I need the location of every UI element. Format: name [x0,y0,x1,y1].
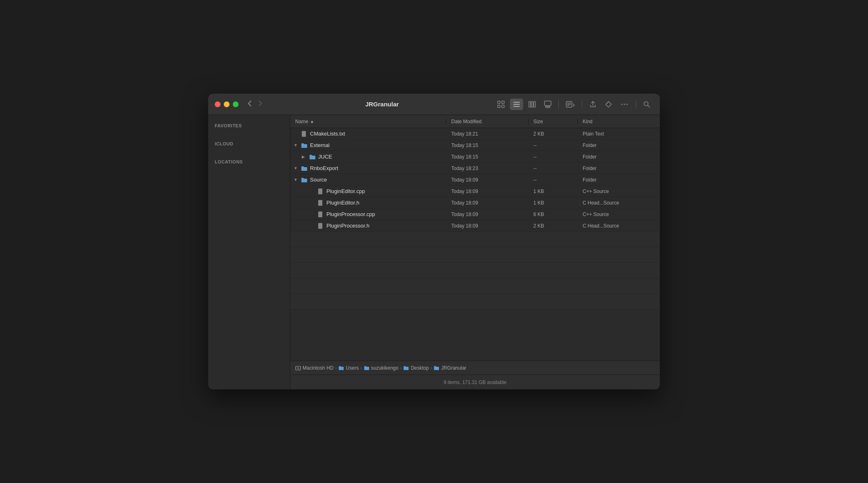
table-row[interactable]: ▶ JUCE Today 18:15 -- Folder [290,151,660,163]
file-size: -- [528,166,578,171]
share-button[interactable] [586,99,599,110]
svg-rect-1 [502,101,504,104]
table-row[interactable]: ▶ CMakeLists.txt Today 18:21 2 KB Plain … [290,128,660,140]
table-row[interactable]: ▼ External Today 18:15 -- Folder [290,140,660,151]
file-name-cell: ▶ PluginEditor.cpp [290,188,446,195]
expand-arrow[interactable]: ▶ [302,154,307,159]
breadcrumb-item[interactable]: JRGranular [434,365,466,371]
file-name-cell: ▼ RnboExport [290,165,446,172]
maximize-button[interactable] [233,101,239,107]
empty-row [290,232,660,247]
hd-icon [295,365,301,371]
svg-point-18 [622,104,623,105]
empty-row [290,278,660,294]
column-headers: Name ▲ Date Modified Size Kind [290,115,660,128]
file-name-cell: ▶ CMakeLists.txt [290,131,446,137]
file-modified: Today 18:09 [446,200,528,206]
tag-button[interactable] [602,99,615,110]
breadcrumb-sep: › [430,365,432,371]
breadcrumb-item[interactable]: suzukikengo [364,365,399,371]
file-size: 1 KB [528,189,578,194]
sidebar-section-locations: Locations [208,156,290,166]
folder-icon [434,365,439,371]
col-header-modified[interactable]: Date Modified [446,119,528,124]
view-icon-button[interactable] [494,99,507,110]
svg-rect-31 [318,200,322,206]
file-list: ▶ CMakeLists.txt Today 18:21 2 KB Plain … [290,128,660,361]
file-size: -- [528,177,578,183]
col-header-kind[interactable]: Kind [578,119,660,124]
view-column-button[interactable] [526,99,539,110]
nav-buttons [245,99,265,110]
file-name-cell: ▶ JUCE [290,154,446,160]
svg-line-22 [648,105,650,107]
file-icon [317,211,324,218]
file-kind: C++ Source [578,189,660,194]
file-icon [301,131,308,137]
file-name-cell: ▶ PluginProcessor.h [290,223,446,229]
expand-arrow[interactable]: ▼ [294,166,299,170]
status-text: 9 items, 171.31 GB available [443,380,506,385]
view-gallery-button[interactable] [541,99,554,110]
svg-rect-27 [318,189,322,194]
file-size: 6 KB [528,212,578,217]
close-button[interactable] [215,101,220,107]
file-kind: Folder [578,166,660,171]
svg-rect-2 [498,105,500,108]
folder-icon [301,165,308,172]
main-content: Name ▲ Date Modified Size Kind ▶ [290,115,660,389]
minimize-button[interactable] [224,101,230,107]
file-name-cell: ▶ PluginEditor.h [290,200,446,206]
table-row[interactable]: ▶ PluginEditor.h Today 18:09 1 KB C Head… [290,197,660,209]
action-menu-button[interactable] [563,99,578,110]
table-row[interactable]: ▶ PluginProcessor.h Today 18:09 2 KB C H… [290,220,660,232]
table-row[interactable]: ▶ PluginProcessor.cpp Today 18:09 6 KB C… [290,209,660,220]
folder-icon [364,365,370,371]
file-icon [317,200,324,206]
breadcrumb-bar: Macintosh HD › Users › suzukikengo › [290,361,660,375]
table-row[interactable]: ▼ RnboExport Today 18:23 -- Folder [290,163,660,174]
search-button[interactable] [640,99,653,110]
file-kind: C Head...Source [578,200,660,206]
finder-window: JRGranular [208,94,660,389]
forward-button[interactable] [256,99,265,110]
view-list-button[interactable] [510,99,523,110]
breadcrumb-item[interactable]: Macintosh HD [295,365,333,371]
folder-icon [301,177,308,183]
file-modified: Today 18:09 [446,189,528,194]
title-bar: JRGranular [208,94,660,115]
breadcrumb-sep: › [400,365,402,371]
svg-rect-35 [318,212,322,217]
table-row[interactable]: ▶ PluginEditor.cpp Today 18:09 1 KB C++ … [290,186,660,197]
file-name-cell: ▼ Source [290,177,446,183]
more-button[interactable] [618,99,631,110]
file-modified: Today 18:21 [446,131,528,137]
svg-rect-23 [302,131,306,137]
file-modified: Today 18:15 [446,143,528,148]
separator-1 [558,100,559,108]
expand-arrow[interactable]: ▼ [294,143,299,147]
file-kind: Folder [578,177,660,183]
breadcrumb-item[interactable]: Users [338,365,358,371]
file-size: 2 KB [528,131,578,137]
folder-icon [309,154,316,160]
file-size: 2 KB [528,223,578,229]
file-size: -- [528,154,578,160]
separator-3 [636,100,636,108]
file-icon [317,188,324,195]
col-header-size[interactable]: Size [528,119,578,124]
col-header-name[interactable]: Name ▲ [290,119,446,124]
back-button[interactable] [245,99,254,110]
table-row[interactable]: ▼ Source Today 18:09 -- Folder [290,174,660,186]
svg-point-20 [627,104,628,105]
breadcrumb-item[interactable]: Desktop [403,365,429,371]
sidebar: Favorites iCloud Locations [208,115,290,389]
file-kind: Plain Text [578,131,660,137]
file-kind: C Head...Source [578,223,660,229]
separator-2 [582,100,582,108]
svg-rect-43 [296,366,301,370]
svg-point-19 [624,104,625,105]
file-modified: Today 18:09 [446,212,528,217]
expand-arrow[interactable]: ▼ [294,177,299,182]
folder-icon [338,365,344,371]
